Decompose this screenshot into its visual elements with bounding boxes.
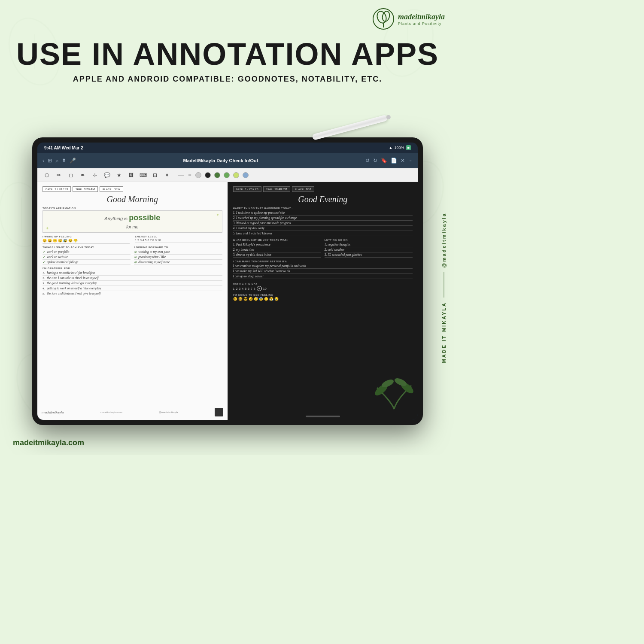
select-tool[interactable]: ⊹ (91, 171, 99, 179)
app-title: MadeItMikayla Daily Check In/Out (183, 158, 258, 163)
date-field-light: DATE: 1 / 28 / 23 (43, 186, 71, 192)
grateful-label: I'M GRATEFUL FOR... (43, 267, 222, 270)
search-icon[interactable]: ⌕ (55, 158, 58, 164)
share-icon[interactable]: ⬆ (62, 158, 66, 164)
achieve-item-3: ✓ update botanical foliage (43, 260, 131, 265)
happy-item-4: 4. I started my day early (233, 226, 413, 231)
happy-label: HAPPY THINGS THAT HAPPENED TODAY... (233, 207, 413, 210)
achieve-text-3: update botanical foliage (47, 260, 78, 264)
rating-10: 10 (263, 287, 267, 290)
rating-9-circled: 9 (257, 286, 262, 291)
forward-item-1: ⊕ working at my own pace (134, 249, 222, 255)
rating-1: 1 (233, 287, 235, 290)
sparkle-icon: ✦ (216, 213, 219, 217)
lasso-tool[interactable]: ⬡ (43, 171, 51, 179)
happy-item-1: 1. I took time to update my personal sit… (233, 210, 413, 216)
color-blue[interactable] (243, 172, 249, 178)
app-toolbar: ‹ ⊞ ⌕ ⬆ 🎤 MadeItMikayla Daily Check In/O… (37, 153, 418, 168)
color-green-light[interactable] (224, 172, 230, 178)
color-yellow-green[interactable] (233, 172, 239, 178)
undo-icon[interactable]: ↺ (365, 158, 370, 164)
export-icon[interactable]: 📄 (391, 158, 397, 164)
grid-icon[interactable]: ⊞ (48, 158, 52, 164)
crop-tool[interactable]: ⊡ (151, 171, 159, 179)
grateful-num-2: 2. (43, 276, 45, 280)
grateful-item-2: 2. the time I can take to check in on my… (43, 276, 222, 281)
time-value-light: 9:58 AM (84, 188, 95, 191)
side-brand-text: MADE IT MIKAYLA (441, 302, 447, 363)
star-tool[interactable]: ★ (115, 171, 123, 179)
scroll-bar[interactable] (306, 416, 340, 417)
highlighter-tool[interactable]: ✒ (79, 171, 87, 179)
tomorrow-item-3: I can go to sleep earlier (233, 274, 413, 279)
joy-item-3: 3. time to try this check in/out (233, 252, 321, 258)
eraser-tool[interactable]: ◻ (67, 171, 75, 179)
minus-tool[interactable]: — (178, 172, 184, 179)
bed-feeling-line (233, 302, 413, 302)
affirmation-label: TODAY'S AFFIRMATION (43, 207, 222, 210)
toolbar-left: ‹ ⊞ ⌕ ⬆ 🎤 (43, 158, 76, 164)
sparkle-icon-2: ✦ (46, 226, 49, 231)
check-2: ✓ (43, 255, 46, 259)
affirmation-accent: possible (129, 213, 160, 222)
tomorrow-section: I CAN MAKE TOMORROW BETTER BY: I can con… (233, 260, 413, 279)
emoji-row: 😊 😄 😐 😴 😰 😔 😤 (43, 239, 130, 243)
energy-label: ENERGY LEVEL (135, 235, 222, 238)
rating-2: 2 (236, 287, 237, 290)
magic-tool[interactable]: ✦ (163, 171, 171, 179)
color-white[interactable] (195, 172, 201, 178)
check-f3: ⊕ (134, 260, 137, 264)
achieve-text-1: work on portfolio (47, 250, 70, 254)
grateful-text-4: getting to work on myself a little every… (47, 286, 101, 290)
keyboard-tool[interactable]: ⌨ (139, 171, 147, 179)
pen-tool[interactable]: ✏ (55, 171, 63, 179)
wifi-icon: ▲ (389, 146, 393, 150)
forward-label: LOOKING FORWARD TO: (134, 246, 222, 249)
redo-icon[interactable]: ↻ (373, 158, 377, 164)
letting-go-item-1: 1. negative thoughts (325, 242, 413, 247)
rating-8: 8 (254, 287, 255, 290)
side-panel: @madeitmikayla MADE IT MIKAYLA (441, 163, 447, 412)
emoji-1: 😊 (43, 239, 47, 243)
bookmark-icon[interactable]: 🔖 (381, 158, 387, 164)
emoji-6: 😔 (68, 239, 73, 243)
energy-line (135, 243, 222, 243)
dark-page: DATE: 1 / 23 / 23 TIME: 10:40 PM PLACE: … (228, 182, 418, 420)
letting-go-item-2: 2. cold weather (325, 247, 413, 252)
logo-text: madeitmikayla Plants and Positivity (398, 12, 445, 26)
stroke-width[interactable]: ━ (188, 173, 191, 177)
logo-icon (372, 8, 395, 30)
color-green-dark[interactable] (214, 172, 220, 178)
bed-feeling-label: I'M GOING TO BED FEELING (233, 294, 413, 296)
back-icon[interactable]: ‹ (43, 158, 44, 164)
grateful-num-3: 3. (43, 282, 45, 285)
footer-website: madeitmikayla.com (100, 411, 122, 413)
shape-tool[interactable]: 💬 (103, 171, 111, 179)
status-bar: 9:41 AM Wed Mar 2 ▲ 100% ■ (37, 143, 418, 153)
mic-icon[interactable]: 🎤 (70, 158, 76, 164)
grateful-section: I'M GRATEFUL FOR... 1. having a smoothie… (43, 267, 222, 296)
bed-emoji-2: 😄 (238, 297, 243, 301)
bed-emoji-row: 😊 😄 😎 😐 😴 😰 😔 😤 😢 (233, 297, 413, 301)
more-icon[interactable]: ··· (408, 158, 413, 164)
grateful-num-1: 1. (43, 271, 45, 275)
toolbar-right: ↺ ↻ 🔖 📄 ✕ ··· (365, 158, 413, 164)
palm-leaf-decoration (375, 377, 413, 411)
emoji-2: 😄 (48, 239, 52, 243)
check-f1: ⊕ (134, 250, 137, 254)
pages-area: DATE: 1 / 28 / 23 TIME: 9:58 AM PLACE: D… (37, 182, 418, 420)
grateful-item-5: 5. the love and kindness I will give to … (43, 291, 222, 296)
happy-item-2: 2. I switched up my planning spread for … (233, 216, 413, 221)
rating-label: RATING THE DAY (233, 283, 413, 285)
color-black[interactable] (205, 172, 211, 178)
bed-emoji-9: 😢 (274, 297, 279, 301)
close-icon[interactable]: ✕ (401, 158, 405, 164)
date-label-dark: DATE: (236, 188, 244, 191)
drawing-toolbar: ⬡ ✏ ◻ ✒ ⊹ 💬 ★ 🖼 ⌨ ⊡ ✦ — ━ (37, 168, 418, 182)
forward-text-1: working at my own pace (138, 250, 170, 254)
achieve-label: THINGS I WANT TO ACHIEVE TODAY: (43, 246, 131, 249)
forward-item-2: ⊕ practising what I like (134, 255, 222, 260)
time-value-dark: 10:40 PM (274, 188, 287, 191)
footer-handle: @madeitmikayla (159, 411, 178, 413)
image-tool[interactable]: 🖼 (127, 171, 135, 179)
